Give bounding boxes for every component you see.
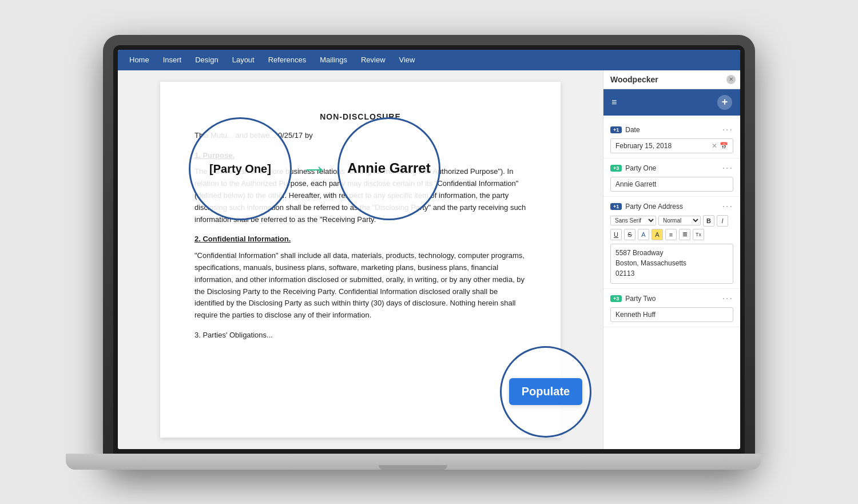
- party-one-field-label: +3 Party One: [610, 164, 656, 172]
- document-section3-stub: 3. Parties' Obligations...: [194, 330, 526, 342]
- party-two-label-text: Party Two: [625, 295, 656, 303]
- document-section2-header: 2. Confidential Information.: [194, 233, 526, 245]
- document-title: NON-DISCLOSURE: [194, 110, 526, 123]
- party-one-address-label: +1 Party One Address: [610, 203, 683, 211]
- word-menubar: Home Insert Design Layout References Mai…: [118, 50, 740, 70]
- woodpecker-title: Woodpecker: [610, 75, 658, 84]
- menu-references[interactable]: References: [263, 52, 312, 68]
- screen-bezel: Home Insert Design Layout References Mai…: [113, 45, 745, 454]
- menu-design[interactable]: Design: [189, 52, 224, 68]
- date-clear-icon[interactable]: ✕: [712, 142, 717, 150]
- menu-layout[interactable]: Layout: [227, 52, 260, 68]
- date-field-options[interactable]: ···: [722, 125, 733, 135]
- sidebar-action-bar: ≡ +: [603, 89, 740, 116]
- party-one-badge: +3: [610, 165, 622, 172]
- party-one-field-block: +3 Party One ··· Annie Garrett: [603, 158, 740, 197]
- list-ol-button[interactable]: ≡: [665, 229, 677, 240]
- menu-view[interactable]: View: [394, 52, 421, 68]
- party-two-field-label: +3 Party Two: [610, 295, 656, 303]
- sidebar-panel: Woodpecker ✕ ≡ +: [603, 70, 740, 449]
- document-section1-text: The parties wish to explore business rel…: [194, 166, 526, 225]
- date-field-block: +1 Date ··· February 15, 2018 ✕ 📅: [603, 120, 740, 158]
- party-one-address-label-text: Party One Address: [625, 203, 683, 211]
- populate-circle-wrapper: Populate: [500, 346, 591, 438]
- date-field-label: +1 Date: [610, 126, 640, 134]
- party-two-badge: +3: [610, 295, 622, 302]
- document-area: [Party One] → Annie Garret NON-DISCLOSUR…: [118, 70, 603, 449]
- font-select[interactable]: Sans Serif Serif Monospace: [610, 216, 656, 225]
- party-one-address-label-row: +1 Party One Address ···: [610, 201, 733, 212]
- date-input-value: February 15, 2018: [615, 142, 672, 150]
- format-toolbar: Sans Serif Serif Monospace Normal Headin…: [610, 215, 733, 240]
- party-one-input[interactable]: Annie Garrett: [610, 177, 733, 192]
- woodpecker-title-bar: Woodpecker ✕: [603, 70, 740, 89]
- party-two-field-block: +3 Party Two ··· Kenneth Huff: [603, 289, 740, 327]
- date-calendar-icon[interactable]: 📅: [720, 142, 728, 150]
- date-field-label-row: +1 Date ···: [610, 125, 733, 135]
- sidebar-close-button[interactable]: ✕: [726, 75, 736, 84]
- document-section2-text: "Confidential Information" shall include…: [194, 250, 526, 322]
- party-one-input-value: Annie Garrett: [615, 180, 656, 188]
- party-two-field-options[interactable]: ···: [722, 293, 733, 304]
- document-paragraph1: This Mutu... and betwe... 0/25/17 by: [194, 130, 526, 142]
- add-field-button[interactable]: +: [717, 95, 732, 110]
- laptop: Home Insert Design Layout References Mai…: [103, 35, 755, 470]
- bold-button[interactable]: B: [703, 215, 714, 227]
- date-input-icons: ✕ 📅: [712, 142, 728, 150]
- party-two-field-label-row: +3 Party Two ···: [610, 293, 733, 304]
- highlight-button[interactable]: A: [652, 229, 663, 240]
- laptop-notch: [379, 465, 447, 470]
- clear-format-button[interactable]: Tx: [693, 229, 704, 240]
- party-one-address-textarea[interactable]: 5587 BroadwayBoston, Massachusetts02113: [610, 244, 733, 284]
- party-two-input-value: Kenneth Huff: [615, 311, 656, 319]
- laptop-base: [66, 454, 760, 470]
- document-section1-header: 1. Purpose.: [194, 150, 526, 162]
- menu-mailings[interactable]: Mailings: [314, 52, 353, 68]
- sidebar-fields-list: +1 Date ··· February 15, 2018 ✕ 📅: [603, 116, 740, 449]
- populate-circle: Populate: [500, 346, 591, 438]
- font-color-button[interactable]: A: [638, 229, 649, 240]
- menu-review[interactable]: Review: [355, 52, 391, 68]
- party-one-address-badge: +1: [610, 203, 622, 210]
- hamburger-icon[interactable]: ≡: [611, 97, 617, 108]
- party-one-address-value: 5587 BroadwayBoston, Massachusetts02113: [615, 248, 728, 279]
- date-input[interactable]: February 15, 2018 ✕ 📅: [610, 138, 733, 153]
- screen: Home Insert Design Layout References Mai…: [118, 50, 740, 449]
- list-ul-button[interactable]: ≣: [679, 229, 690, 240]
- populate-button[interactable]: Populate: [509, 378, 582, 405]
- party-one-field-options[interactable]: ···: [722, 163, 733, 173]
- main-area: [Party One] → Annie Garret NON-DISCLOSUR…: [118, 70, 740, 449]
- date-label-text: Date: [625, 126, 639, 134]
- underline-button[interactable]: U: [610, 229, 622, 240]
- party-one-address-field-block: +1 Party One Address ··· Sans Serif Seri…: [603, 197, 740, 289]
- party-one-label-text: Party One: [625, 164, 656, 172]
- style-select[interactable]: Normal Heading 1 Heading 2: [658, 216, 701, 225]
- menu-insert[interactable]: Insert: [157, 52, 188, 68]
- menu-home[interactable]: Home: [124, 52, 155, 68]
- italic-button[interactable]: I: [717, 215, 728, 227]
- party-two-input[interactable]: Kenneth Huff: [610, 307, 733, 322]
- party-one-address-options[interactable]: ···: [722, 201, 733, 212]
- sidebar-header-left: ≡: [611, 97, 617, 108]
- party-one-field-label-row: +3 Party One ···: [610, 163, 733, 173]
- strikethrough-button[interactable]: S: [624, 229, 635, 240]
- date-badge: +1: [610, 126, 622, 133]
